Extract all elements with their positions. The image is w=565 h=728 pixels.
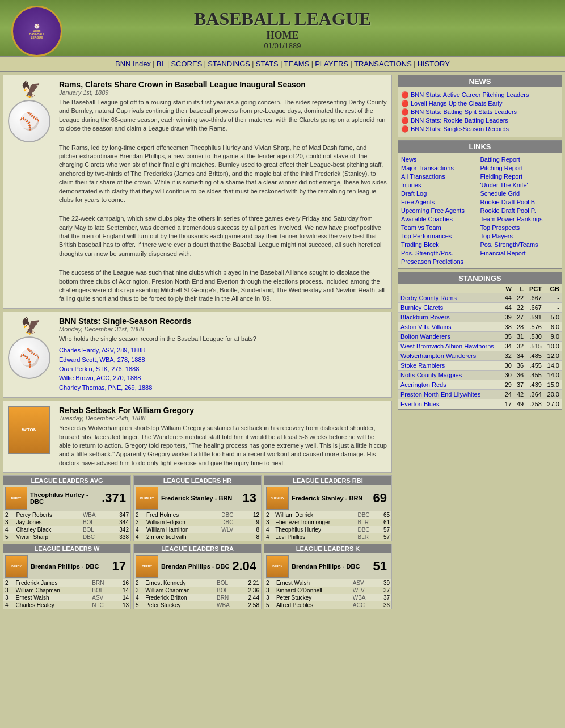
ll-hr-leader: BURNLEY Frederick Stanley - BRN 13 [134,485,261,511]
link-preseason-predictions[interactable]: Preseason Predictions [401,258,480,266]
wings-icon: 🦅 [8,80,53,99]
ll-avg-leader: DERBY Theophilus Hurley - DBC .371 [3,485,130,511]
team-l: 28 [514,322,526,332]
article-1-title[interactable]: Rams, Clarets Share Crown in Baseball Le… [59,80,387,89]
team-name[interactable]: Burnley Clarets [398,303,502,313]
link-batting-report[interactable]: Batting Report [480,155,559,163]
team-name[interactable]: Accrington Reds [398,380,502,390]
link-top-prospects[interactable]: Top Prospects [480,224,559,232]
news-item-3[interactable]: 🔴BNN Stats: Batting Split Stats Leaders [401,108,559,116]
article-2-title[interactable]: BNN Stats: Single-Season Records [59,317,256,326]
nav-standings[interactable]: STANDINGS [208,60,250,68]
ll-hr-title: LEAGUE LEADERS HR [134,476,261,485]
nav-bl[interactable]: BL [157,60,166,68]
link-free-agents[interactable]: Free Agents [401,198,480,206]
ll-avg-team: DERBY [11,496,22,500]
nav-transactions[interactable]: TRANSACTIONS [354,60,412,68]
stat-2: Edward Scott, WBA, 278, 1888 [59,356,256,364]
news-item-2[interactable]: 🔴Lovell Hangs Up the Cleats Early [401,100,559,107]
news-item-4[interactable]: 🔴BNN Stats: Rookie Batting Leaders [401,117,559,124]
col-l: L [514,284,526,293]
nav-bnn-index[interactable]: BNN Index [115,60,151,68]
news-item-5[interactable]: 🔴BNN Stats: Single-Season Records [401,125,559,133]
ll-k-title: LEAGUE LEADERS K [264,544,391,553]
page-date: 01/01/1889 [6,41,559,50]
article-2-date: Monday, December 31st, 1888 [59,326,256,333]
article-1-content: Rams, Clarets Share Crown in Baseball Le… [59,80,387,304]
header: ⚾ 1888 BASEBALL LEAGUE BASEBALL LEAGUE H… [0,0,565,56]
link-injuries[interactable]: Injuries [401,181,480,189]
link-top-players[interactable]: Top Players [480,232,559,240]
link-fielding-report[interactable]: Fielding Report [480,172,559,180]
table-row: 2Frederick JamesBRN16 [3,579,130,587]
ll-hr-avatar: BURNLEY [136,487,158,510]
ll-era-leader: DERBY Brendan Phillips - DBC 2.04 [134,553,261,579]
news-item-1[interactable]: 🔴BNN Stats: Active Career Pitching Leade… [401,91,559,99]
link-financial-report[interactable]: Financial Report [480,249,559,257]
nav-history[interactable]: HISTORY [418,60,450,68]
team-gb: 14.0 [544,361,562,371]
link-rookie-draft-p[interactable]: Rookie Draft Pool P. [480,207,559,214]
team-name[interactable]: Derby County Rams [398,293,502,303]
standings-row: Accrington Reds 29 37 .439 15.0 [398,380,562,390]
team-name[interactable]: Preston North End Lilywhites [398,390,502,399]
team-name[interactable]: Stoke Ramblers [398,361,502,371]
article-2-icon: 🦅 ⚾ [8,317,53,393]
page-subtitle: HOME [6,30,559,41]
table-row: 42 more tied with8 [134,533,261,541]
ll-era-team: DERBY [142,565,152,568]
link-under-the-knife[interactable]: 'Under The Knife' [480,181,559,189]
link-upcoming-free-agents[interactable]: Upcoming Free Agents [401,207,480,214]
link-pos-strength-pos[interactable]: Pos. Strength/Pos. [401,249,480,257]
news-content: 🔴BNN Stats: Active Career Pitching Leade… [398,87,562,137]
link-trading-block[interactable]: Trading Block [401,241,480,249]
link-pitching-report[interactable]: Pitching Report [480,164,559,172]
ll-rbi-leader: BURNLEY Frederick Stanley - BRN 69 [264,485,391,511]
link-draft-log[interactable]: Draft Log [401,190,480,197]
team-l: 27 [514,313,526,322]
ll-w-avatar: DERBY [5,555,28,578]
links-section-title: LINKS [398,141,562,153]
team-name[interactable]: Bolton Wanderers [398,332,502,342]
link-top-performances[interactable]: Top Performances [401,232,480,240]
team-name[interactable]: Wolverhampton Wanderers [398,351,502,361]
team-l: 22 [514,293,526,303]
team-gb: - [544,293,562,303]
table-row: 5Peter StuckeyWBA2.58 [134,601,261,609]
link-available-coaches[interactable]: Available Coaches [401,215,480,223]
article-1-para-3: The 22-week campaign, which saw clubs pl… [59,214,387,258]
link-pos-strength-teams[interactable]: Pos. Strength/Teams [480,241,559,249]
team-pct: .485 [526,351,544,361]
table-row: 4William HamiltonWLV8 [134,526,261,533]
article-1: 🦅 ⚾ Rams, Clarets Share Crown in Basebal… [3,75,392,309]
link-news[interactable]: News [401,155,480,163]
nav-scores[interactable]: SCORES [171,60,202,68]
link-schedule-grid[interactable]: Schedule Grid [480,190,559,197]
player-photo: W'TON [8,406,50,454]
team-name[interactable]: West Bromwich Albion Hawthorns [398,342,502,351]
link-rookie-draft-b[interactable]: Rookie Draft Pool B. [480,198,559,206]
team-name[interactable]: Everton Blues [398,399,502,409]
ll-era-box: LEAGUE LEADERS ERA DERBY Brendan Phillip… [133,544,262,609]
nav-players[interactable]: PLAYERS [315,60,348,68]
team-gb: 9.0 [544,332,562,342]
nav-teams[interactable]: TEAMS [284,60,310,68]
article-3-title[interactable]: Rehab Setback For William Gregory [59,406,387,415]
baseball-icon: ⚾ [8,100,50,142]
link-major-transactions[interactable]: Major Transactions [401,164,480,172]
bullet-1: 🔴 [401,91,409,98]
nav-stats[interactable]: STATS [256,60,279,68]
link-all-transactions[interactable]: All Transactions [401,172,480,180]
article-3-date: Tuesday, December 25th, 1888 [59,415,387,422]
links-grid: News Batting Report Major Transactions P… [398,153,562,268]
link-team-power-rankings[interactable]: Team Power Rankings [480,215,559,223]
col-team [398,284,502,293]
bullet-4: 🔴 [401,117,409,124]
col-w: W [502,284,514,293]
team-name[interactable]: Blackburn Rovers [398,313,502,322]
team-name[interactable]: Notts County Magpies [398,371,502,380]
team-name[interactable]: Aston Villa Villains [398,322,502,332]
bullet-3: 🔴 [401,108,409,115]
ll-k-table: 2Ernest WalshASV39 3Kinnard O'DonnellWLV… [264,579,391,609]
link-team-vs-team[interactable]: Team vs Team [401,224,480,232]
